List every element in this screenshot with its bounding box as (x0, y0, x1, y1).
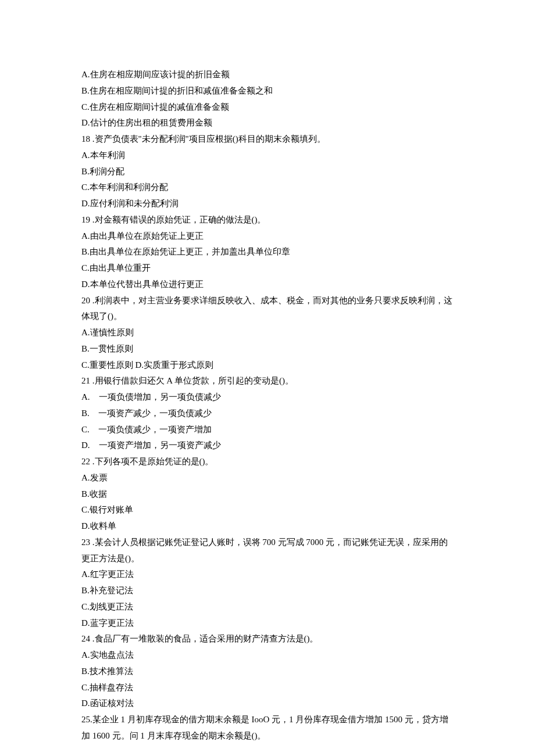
text-line: C.划线更正法 (81, 599, 454, 615)
text-line: 24 .食品厂有一堆散装的食品，适合采用的财产清查方法是()。 (81, 631, 454, 647)
text-line: C.重要性原则 D.实质重于形式原则 (81, 357, 454, 374)
text-line: C.银行对账单 (81, 502, 454, 518)
text-line: 22 .下列各项不是原始凭证的是()。 (81, 454, 454, 470)
text-line: 19 .对金额有错误的原始凭证，正确的做法是()。 (81, 212, 454, 228)
text-line: B.利润分配 (81, 164, 454, 180)
text-line: B.技术推算法 (81, 664, 454, 680)
text-line: D.本单位代替出具单位进行更正 (81, 277, 454, 293)
text-line: A.红字更正法 (81, 567, 454, 583)
text-line: A. 一项负债增加，另一项负债减少 (81, 389, 454, 406)
text-line: C.抽样盘存法 (81, 680, 454, 696)
text-line: A.谨慎性原则 (81, 325, 454, 341)
text-line: 23 .某会计人员根据记账凭证登记人账时，误将 700 元写成 7000 元，而… (81, 535, 454, 567)
text-line: D.函证核对法 (81, 696, 454, 712)
text-line: B.补充登记法 (81, 583, 454, 599)
text-line: B.由出具单位在原始凭证上更正，并加盖出具单位印章 (81, 244, 454, 260)
text-line: D.应付利润和未分配利'润 (81, 196, 454, 212)
text-line: D.估计的住房出租的租赁费用金额 (81, 115, 454, 131)
text-line: B.住房在相应期间计提的折旧和减值准备金额之和 (81, 83, 454, 99)
text-line: A.实地盘点法 (81, 647, 454, 664)
text-line: B. 一项资产减少，一项负债减少 (81, 406, 454, 422)
text-line: A.发票 (81, 470, 454, 486)
text-line: B.收据 (81, 486, 454, 503)
text-line: 20 .利润表中，对主营业务要求详细反映收入、成本、税金，而对其他的业务只要求反… (81, 293, 454, 325)
text-line: A.住房在相应期间应该计提的折旧金额 (81, 67, 454, 83)
text-line: C. 一项负债减少，一项资产增加 (81, 422, 454, 438)
text-line: D.收料单 (81, 518, 454, 535)
text-line: A.本年利润 (81, 148, 454, 164)
text-line: D. 一项资产增加，另一项资产减少 (81, 438, 454, 454)
text-line: 21 .用银行借款归还欠 A 单位货款，所引起的变动是()。 (81, 373, 454, 389)
text-line: A.由出具单位在原始凭证上更正 (81, 228, 454, 245)
document-body: A.住房在相应期间应该计提的折旧金额B.住房在相应期间计提的折旧和减值准备金额之… (81, 67, 454, 744)
text-line: 25.某企业 1 月初库存现金的借方期末余额是 IooO 元，1 月份库存现金借… (81, 712, 454, 744)
text-line: B.一贯性原则 (81, 341, 454, 357)
text-line: C.本年利润和利润分配 (81, 180, 454, 196)
text-line: D.蓝字更正法 (81, 615, 454, 632)
text-line: C.由出具单位重开 (81, 260, 454, 277)
text-line: C.住房在相应期间计提的减值准备金额 (81, 99, 454, 116)
text-line: 18 .资产负债表"未分配利润"项目应根据()科目的期末余额填列。 (81, 131, 454, 148)
